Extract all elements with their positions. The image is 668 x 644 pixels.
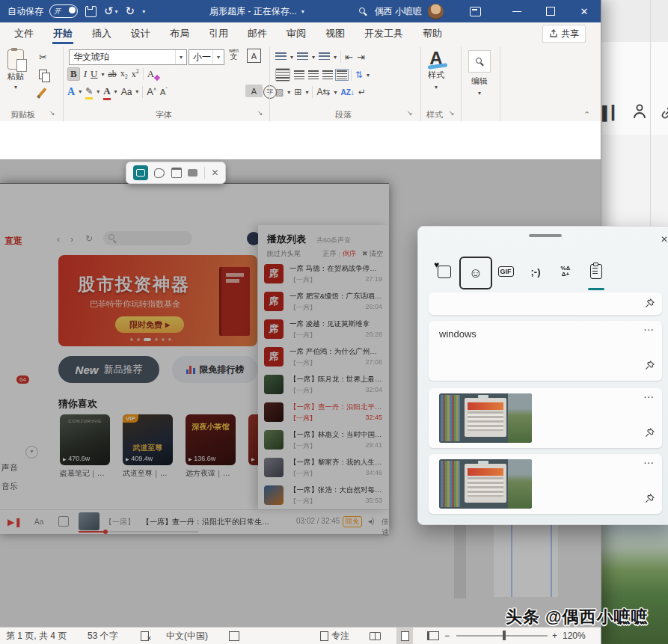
menu-tab[interactable]: 开发工具 [355, 22, 413, 44]
playlist-item[interactable]: 【一席】张浩：大自然对每个人都温… 【一席】 35:53 [264, 484, 384, 511]
bullet-list-icon[interactable] [275, 52, 286, 61]
promo-banner[interactable]: 股市投资神器 巴菲特带你玩转指数基金 限时免费▶ [58, 255, 257, 346]
font-color-button[interactable]: A [103, 85, 110, 98]
pin-icon[interactable] [644, 298, 655, 312]
carousel-dots[interactable] [130, 338, 171, 341]
redo-icon[interactable]: ↻ [126, 4, 135, 18]
more-options-icon[interactable]: ··· [644, 325, 655, 334]
pin-icon[interactable] [644, 493, 655, 507]
ribbon-display-options-icon[interactable] [470, 7, 481, 16]
italic-button[interactable]: I [84, 68, 87, 80]
search-icon[interactable] [359, 7, 367, 16]
undo-caret-icon[interactable]: ▾ [115, 8, 118, 15]
document-page[interactable] [0, 121, 601, 160]
align-center-button[interactable] [294, 70, 304, 79]
link-icon[interactable] [661, 105, 668, 123]
close-button[interactable]: ✕ [568, 6, 601, 17]
undo-icon[interactable]: ↺ [104, 4, 114, 18]
format-painter-button[interactable] [41, 88, 44, 96]
sort-icon[interactable]: AZ↓ [341, 88, 355, 96]
bar-chart-icon[interactable]: ▌▎ [602, 105, 622, 121]
audio-effect-icon[interactable]: Aa [34, 518, 43, 526]
font-name-caret-icon[interactable]: ▾ [175, 50, 186, 64]
align-left-button[interactable] [275, 68, 290, 82]
back-icon[interactable]: ‹ [57, 233, 60, 245]
menu-tab[interactable]: 布局 [160, 22, 199, 44]
minimize-button[interactable]: — [500, 6, 533, 16]
tab-most-recent[interactable] [429, 257, 459, 286]
shading-icon[interactable]: ▨ [275, 87, 284, 97]
phonetic-guide-button[interactable]: wén 文 [229, 48, 239, 60]
clipboard-item-text[interactable]: windows ··· [429, 321, 662, 381]
menu-tab[interactable]: 设计 [121, 22, 160, 44]
character-border-button[interactable]: A [247, 49, 261, 63]
sidebar-item-browse[interactable]: 直逛 [4, 235, 22, 248]
playlist-item[interactable]: 【一席】查一丹：沿阳北平的日常生… 【一席】 32:45 [264, 401, 384, 428]
banner-cta-button[interactable]: 限时免费▶ [115, 316, 184, 333]
skip-intro-label[interactable]: 跳过片头尾 [267, 249, 301, 259]
language-indicator[interactable]: 中文(中国) [166, 628, 208, 644]
zoom-in-button[interactable]: + [552, 628, 557, 644]
mini-window-icon[interactable] [58, 516, 69, 527]
menu-tab[interactable]: 引用 [199, 22, 238, 44]
borders-icon[interactable]: ⊞ [294, 87, 301, 97]
change-case-button[interactable]: Aa [121, 87, 132, 97]
line-spacing-caret-icon[interactable]: ▾ [367, 72, 370, 79]
justify-button[interactable] [322, 70, 333, 79]
print-layout-button[interactable] [396, 628, 413, 644]
more-options-icon[interactable]: ··· [644, 459, 655, 467]
playlist-item[interactable]: 【一席】林惠义：当时中国经因缘忻… 【一席】 29:41 [264, 429, 384, 456]
play-button[interactable]: ▶❚ [7, 517, 22, 527]
subscript-button[interactable]: x2 [120, 68, 128, 80]
word-count[interactable]: 53 个字 [88, 628, 118, 644]
new-releases-button[interactable]: New 新品推荐 [58, 356, 159, 383]
autosave-toggle[interactable]: 开 [49, 4, 78, 18]
highlight-caret-icon[interactable]: ▾ [96, 88, 99, 95]
menu-tab[interactable]: 开始 [43, 22, 82, 44]
tab-clipboard[interactable] [581, 257, 611, 286]
macro-record-icon[interactable] [229, 628, 239, 644]
underline-caret-icon[interactable]: ▾ [101, 71, 104, 78]
zoom-level[interactable]: 120% [563, 628, 586, 644]
freeform-snip-button[interactable] [154, 168, 165, 178]
menu-tab[interactable]: 插入 [82, 22, 121, 44]
sort-asc-button[interactable]: 正序 [323, 249, 337, 259]
font-dialog-launcher[interactable]: ↘ [257, 109, 263, 117]
refresh-icon[interactable]: ↻ [85, 233, 93, 244]
styles-dialog-launcher[interactable]: ↘ [449, 109, 455, 117]
maximize-button[interactable] [546, 7, 555, 16]
tab-kaomoji[interactable]: ;-) [521, 257, 551, 286]
seek-bar[interactable] [79, 531, 198, 533]
underline-button[interactable]: U [91, 68, 97, 80]
grow-font-button[interactable]: A˄ [147, 86, 156, 97]
clipboard-dialog-launcher[interactable]: ↘ [49, 109, 55, 117]
clipboard-item-partial[interactable] [429, 292, 662, 315]
paragraph-mark-icon[interactable]: ↵ [358, 87, 366, 97]
styles-button[interactable]: A 样式 ▾ [428, 50, 444, 91]
collapse-ribbon-icon[interactable]: ⌃ [583, 110, 590, 120]
rectangle-snip-button[interactable] [133, 165, 148, 180]
tab-gif[interactable]: GIF [491, 257, 521, 286]
text-direction-caret-icon[interactable]: ▾ [334, 89, 337, 96]
increase-indent-icon[interactable]: ⇥ [357, 52, 365, 63]
person-icon[interactable] [632, 103, 647, 123]
save-icon[interactable] [85, 6, 96, 17]
character-shading-button[interactable]: A [245, 85, 263, 97]
menu-tab[interactable]: 帮助 [413, 22, 452, 44]
copy-button[interactable] [39, 70, 47, 79]
sort-desc-button[interactable]: 倒序 [343, 249, 356, 259]
proofing-icon[interactable]: ✕ [141, 628, 152, 644]
page-indicator[interactable]: 第 1 页, 共 4 页 [6, 628, 67, 644]
window-snip-button[interactable] [171, 168, 182, 178]
web-layout-button[interactable] [425, 628, 441, 644]
read-mode-button[interactable] [367, 628, 383, 644]
sidebar-item-sound[interactable]: 声音 [1, 462, 18, 473]
text-direction-icon[interactable]: A⇆ [316, 87, 330, 97]
menu-tab[interactable]: 视图 [316, 22, 355, 44]
multilevel-list-icon[interactable] [319, 52, 330, 61]
shrink-font-button[interactable]: Aˇ [160, 87, 168, 96]
paste-button[interactable]: 粘贴 ▾ [7, 49, 24, 91]
strikethrough-button[interactable]: ab [108, 69, 116, 80]
drag-handle[interactable] [529, 234, 562, 237]
playlist-item[interactable]: 席 一席 肥宝&慢悟：广东话唱阳地 【一席】 26:04 [264, 290, 384, 317]
